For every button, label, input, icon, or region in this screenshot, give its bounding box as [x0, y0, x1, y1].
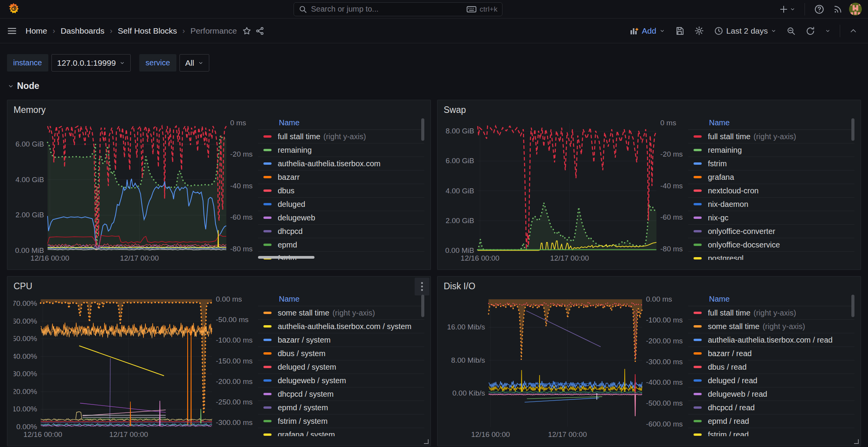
panel-menu-button[interactable]: [415, 278, 429, 295]
series-color-swatch: [694, 230, 702, 232]
share-icon[interactable]: [255, 26, 265, 36]
series-name: grafana / system: [278, 430, 335, 437]
legend-horizontal-scrollbar[interactable]: [258, 256, 314, 259]
news-button[interactable]: [830, 2, 845, 17]
breadcrumb-separator: ›: [110, 26, 113, 35]
panel-title[interactable]: Disk I/O: [444, 281, 854, 292]
legend-item[interactable]: remaining: [258, 143, 424, 157]
legend-item[interactable]: epmd / read: [688, 415, 854, 428]
panel-resize-handle[interactable]: [424, 439, 429, 444]
legend-item[interactable]: fstrim: [688, 157, 854, 171]
legend-item[interactable]: authelia-authelia.tiserbox.com / system: [258, 320, 424, 333]
filter-service-value[interactable]: All: [179, 54, 209, 72]
dashboard-canvas: instance 127.0.0.1:19999 service All Nod…: [0, 54, 868, 446]
legend-item[interactable]: epmd / system: [258, 401, 424, 415]
legend-item[interactable]: delugeweb: [258, 211, 424, 225]
legend-item[interactable]: dbus: [258, 184, 424, 198]
row-node-toggle[interactable]: Node: [8, 81, 861, 91]
legend-item[interactable]: grafana / system: [258, 428, 424, 436]
legend-item[interactable]: fstrim / system: [258, 415, 424, 428]
collapse-toolbar-button[interactable]: [846, 24, 861, 38]
panel-resize-handle[interactable]: [854, 439, 859, 444]
legend-scrollbar[interactable]: [421, 118, 424, 141]
svg-text:4.00 GiB: 4.00 GiB: [15, 176, 44, 184]
legend-item[interactable]: bazarr / system: [258, 333, 424, 347]
legend-item[interactable]: full stall time(right y-axis): [688, 306, 854, 320]
legend-item[interactable]: grafana: [688, 171, 854, 184]
refresh-button[interactable]: [802, 23, 819, 39]
legend-item[interactable]: bazarr: [258, 171, 424, 184]
legend-item[interactable]: dbus / read: [688, 360, 854, 374]
legend-name-header[interactable]: Name: [258, 294, 424, 306]
series-name: postgresql: [708, 254, 743, 260]
legend-name-header[interactable]: Name: [258, 118, 424, 130]
legend-item[interactable]: deluged: [258, 198, 424, 211]
legend-name-header[interactable]: Name: [688, 118, 854, 130]
panel-title[interactable]: Memory: [14, 105, 424, 115]
breadcrumb-dashboards[interactable]: Dashboards: [61, 26, 104, 36]
swap-chart[interactable]: 0.00 MiB2.00 GiB4.00 GiB6.00 GiB8.00 GiB…: [444, 118, 683, 263]
breadcrumb-home[interactable]: Home: [26, 26, 47, 36]
svg-text:-20 ms: -20 ms: [660, 150, 683, 158]
legend-item[interactable]: bazarr / read: [688, 347, 854, 360]
series-color-swatch: [694, 244, 702, 246]
legend-item[interactable]: postgresql: [688, 252, 854, 260]
legend-item[interactable]: authelia-authelia.tiserbox.com / read: [688, 333, 854, 347]
legend-item[interactable]: fstrim / read: [688, 428, 854, 436]
dashboard-toolbar: Home › Dashboards › Self Host Blocks › P…: [0, 19, 868, 43]
legend-scrollbar[interactable]: [851, 118, 854, 141]
cpu-chart[interactable]: 0.00%10.00%20.00%30.00%40.00%50.00%60.00…: [14, 294, 253, 439]
legend-item[interactable]: delugeweb / read: [688, 387, 854, 401]
legend-item[interactable]: remaining: [688, 143, 854, 157]
legend-item[interactable]: dhcpcd: [258, 225, 424, 238]
legend-item[interactable]: nix-gc: [688, 211, 854, 225]
legend-item[interactable]: nix-daemon: [688, 198, 854, 211]
legend-item[interactable]: some stall time(right y-axis): [258, 306, 424, 320]
breadcrumb-folder[interactable]: Self Host Blocks: [118, 26, 177, 36]
time-range-picker[interactable]: Last 2 days: [710, 23, 780, 39]
search-input[interactable]: Search or jump to... ctrl+k: [294, 2, 502, 16]
refresh-interval-dropdown[interactable]: [821, 25, 834, 37]
legend-item[interactable]: full stall time(right y-axis): [688, 130, 854, 143]
svg-text:-250.00 ms: -250.00 ms: [216, 398, 253, 406]
svg-text:-300.00 ms: -300.00 ms: [646, 358, 683, 366]
legend-name-header[interactable]: Name: [688, 294, 854, 306]
filter-instance-value[interactable]: 127.0.0.1:19999: [51, 54, 131, 72]
legend-item[interactable]: authelia-authelia.tiserbox.com: [258, 157, 424, 171]
legend-item[interactable]: delugeweb / system: [258, 374, 424, 387]
legend-item[interactable]: onlyoffice-converter: [688, 225, 854, 238]
legend-item[interactable]: dhcpcd / read: [688, 401, 854, 415]
legend-item[interactable]: deluged / system: [258, 360, 424, 374]
grafana-logo-icon[interactable]: [8, 3, 19, 16]
save-dashboard-button[interactable]: [671, 23, 688, 39]
time-range-label: Last 2 days: [726, 26, 768, 36]
plus-icon: [779, 5, 788, 14]
new-button[interactable]: [777, 2, 798, 16]
legend-item[interactable]: dhcpcd / system: [258, 387, 424, 401]
panel-title[interactable]: Swap: [444, 105, 854, 115]
series-name: some stall time: [708, 322, 759, 331]
help-button[interactable]: [812, 2, 827, 17]
legend-item[interactable]: onlyoffice-docservice: [688, 238, 854, 252]
star-icon[interactable]: [242, 26, 251, 36]
dashboard-settings-button[interactable]: [690, 23, 708, 39]
legend-item[interactable]: some stall time(right y-axis): [688, 320, 854, 333]
series-color-swatch: [694, 189, 702, 192]
legend-scrollbar[interactable]: [421, 295, 424, 317]
legend-item[interactable]: nextcloud-cron: [688, 184, 854, 198]
svg-text:12/16 00:00: 12/16 00:00: [24, 430, 62, 438]
legend-item[interactable]: epmd: [258, 238, 424, 252]
add-button[interactable]: Add: [625, 23, 668, 39]
series-axis-note: (right y-axis): [754, 132, 796, 141]
zoom-out-button[interactable]: [783, 23, 800, 39]
disk-io-chart[interactable]: 0.00 Kib/s8.00 Mib/s16.00 Mib/s0.00 ms-1…: [444, 294, 683, 439]
svg-text:8.00 GiB: 8.00 GiB: [446, 127, 474, 135]
legend-scrollbar[interactable]: [851, 295, 854, 317]
panel-title[interactable]: CPU: [14, 281, 424, 292]
legend-item[interactable]: deluged / read: [688, 374, 854, 387]
memory-chart[interactable]: 0.00 MiB2.00 GiB4.00 GiB6.00 GiB0 ms-20 …: [14, 118, 253, 263]
menu-toggle-icon[interactable]: [7, 26, 17, 36]
legend-item[interactable]: full stall time(right y-axis): [258, 130, 424, 143]
avatar[interactable]: [849, 3, 862, 15]
legend-item[interactable]: dbus / system: [258, 347, 424, 360]
